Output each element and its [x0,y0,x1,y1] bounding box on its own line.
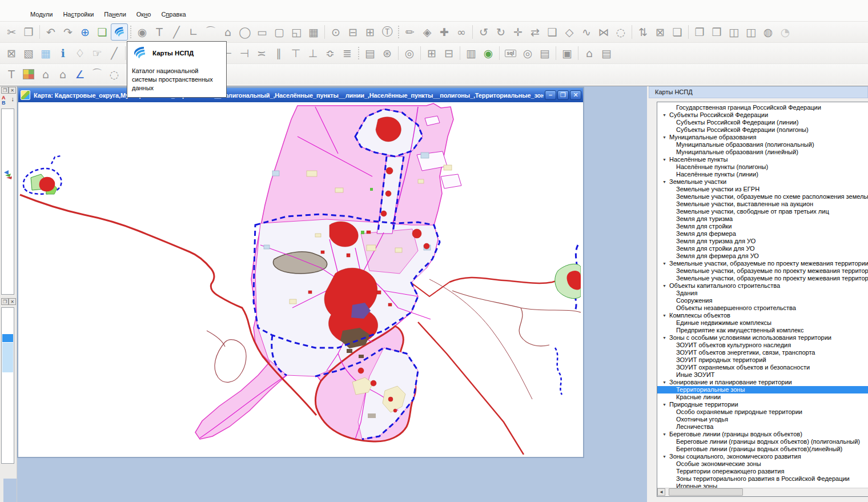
table-grid-icon[interactable]: ▦ [305,23,322,41]
offset-copy-icon[interactable]: ❏ [669,23,686,41]
layer-row[interactable]: Лесничества [657,423,868,431]
edit-pencil-icon[interactable]: ✏ [401,23,419,41]
layer-row[interactable]: Особые экономические зоны [657,460,868,468]
layer-row[interactable]: Государственная граница Российской Федер… [657,104,868,111]
layer-row[interactable]: Населённые пункты (линии) [657,171,868,178]
layer-row[interactable]: Здания [657,290,868,297]
layer-row[interactable]: Земля для туризма для УО [657,238,868,245]
dock2-close-button[interactable]: ✕ [9,298,16,305]
measure-icon[interactable]: ╱ [106,45,123,62]
undo-icon[interactable]: ↶ [42,23,59,41]
vertex-move-icon[interactable]: ⇅ [634,23,652,41]
align-bottom-icon[interactable]: ⊥ [304,45,322,62]
align-right-icon[interactable]: ⊣ [236,45,253,62]
layer-group-row[interactable]: ▼Муниципальные образования [657,134,868,141]
layer-row[interactable]: Предприятие как имущественный комплекс [657,327,868,334]
expander-arrow-icon[interactable]: ▼ [662,379,669,386]
group-shapes-icon[interactable]: ◱ [288,23,305,41]
buffer-icon[interactable]: ◔ [777,23,794,41]
nspd-maps-button[interactable] [111,23,128,41]
photo-pins-icon[interactable]: ◉ [480,45,497,62]
layer-row[interactable]: Земля для стройки [657,223,868,230]
layer-row[interactable]: Территории опережающего развития [657,468,868,475]
flip-feature-icon[interactable]: ⋈ [595,23,612,41]
paste-attributes-icon[interactable]: ❒ [708,23,725,41]
menu-panels[interactable]: Панели [99,9,131,21]
deselect-icon[interactable]: ⊠ [3,45,20,62]
cut-icon[interactable]: ✂ [3,23,20,41]
delete-part-icon[interactable]: ⊠ [652,23,669,41]
layer-tree[interactable]: Государственная граница Российской Федер… [657,102,868,497]
layer-group-row[interactable]: ▼Зоны с особыми условиями использования … [657,334,868,342]
layer-row[interactable]: ЗОУИТ объектов культурного наследия [657,342,868,349]
table-export-icon[interactable]: ▤ [536,45,553,62]
layer-row[interactable]: ЗОУИТ охраняемых объектов и безопасности [657,364,868,371]
sql-icon[interactable]: sql [502,45,519,62]
layer-row[interactable]: Земельные участки, образуемые по схеме р… [657,193,868,200]
row-move-icon[interactable]: ⊞ [423,45,440,62]
row-delete-icon[interactable]: ⊟ [440,45,457,62]
dock-highlight-rows[interactable] [2,343,13,372]
layer-row[interactable]: Земля для фермера [657,230,868,238]
scroll-left-button[interactable]: ◄ [657,488,665,496]
layer-group-row[interactable]: ▼Береговые линии (границы водных объекто… [657,431,868,438]
arc-tool-icon[interactable]: ⌒ [202,23,219,41]
layer-row[interactable]: Зоны территориального развития в Российс… [657,475,868,483]
ellipse-tool-icon[interactable]: ◯ [236,23,254,41]
layer-group-row[interactable]: ▼Природные территории [657,401,868,408]
polyline-tool-icon[interactable]: ∟ [185,23,202,41]
layer-row[interactable]: Земельные участки, образуемые по проекту… [657,267,868,275]
layer-row[interactable]: Охотничьи угодья [657,416,868,423]
point-style-icon[interactable]: ⊙ [327,23,344,41]
expander-arrow-icon[interactable]: ▼ [662,312,669,319]
layer-row[interactable]: Земельные участки, свободные от прав тре… [657,208,868,215]
expander-arrow-icon[interactable]: ▼ [662,260,669,267]
layer-row[interactable]: Субъекты Российской Федерации (линии) [657,119,868,126]
layer-group-row[interactable]: ▼Земельные участки [657,178,868,186]
unlink-icon[interactable]: ∞ [453,23,470,41]
menu-settings[interactable]: Настройки [58,9,99,21]
layer-row[interactable]: Муниципальные образования (полигональный… [657,141,868,148]
copy-feature-plus-icon[interactable]: ❑ [544,23,561,41]
menu-window[interactable]: Окно [131,9,156,21]
layer-row[interactable]: Населённые пункты (полигоны) [657,163,868,171]
dock-close-button[interactable]: ✕ [9,87,16,94]
layer-row[interactable]: Земля для туризма [657,215,868,223]
expander-arrow-icon[interactable]: ▼ [662,156,669,163]
reverse-line-icon[interactable]: ↺ [475,23,492,41]
redo-icon[interactable]: ↷ [59,23,77,41]
copy-attributes-icon[interactable]: ❐ [691,23,708,41]
move-feature-icon[interactable]: ✛ [509,23,527,41]
rounded-rectangle-icon[interactable]: ▢ [271,23,288,41]
smooth-line-icon[interactable]: ∿ [578,23,595,41]
touch-select-icon[interactable]: ☞ [89,45,106,62]
reverse-polygon-icon[interactable]: ↻ [492,23,509,41]
table-polygon-icon[interactable]: ▤ [598,45,615,62]
database-sync-icon[interactable]: ⊛ [379,45,396,62]
expander-arrow-icon[interactable]: ▼ [662,431,669,438]
layer-row[interactable]: Земельные участки из ЕГРН [657,186,868,193]
dock-list-top[interactable] [1,109,14,295]
expander-arrow-icon[interactable]: ▼ [662,178,669,186]
layer-row[interactable]: Земельные участки, образуемые по проекту… [657,275,868,282]
layer-row[interactable]: Объекты незавершенного строительства [657,304,868,312]
layer-group-row[interactable]: ▼Комплексы объектов [657,312,868,319]
horizontal-scrollbar[interactable]: ◄ [657,488,868,496]
stack-order-icon[interactable]: ≣ [339,45,356,62]
merge-features-icon[interactable]: ◍ [760,23,777,41]
layer-row[interactable]: Сооружения [657,297,868,304]
layer-row[interactable]: Береговые линии (границы водных объектов… [657,445,868,453]
add-vertex-icon[interactable]: ✚ [436,23,453,41]
circle-points-icon[interactable]: ◌ [106,66,123,83]
dock-selected-row[interactable] [2,334,13,342]
polygon-outline-icon[interactable]: ⌂ [37,66,54,83]
expander-arrow-icon[interactable]: ▼ [662,134,669,141]
dock2-restore-button[interactable]: ❐ [1,298,9,305]
layer-row[interactable]: Территориальные зоны [657,386,868,393]
split-line-icon[interactable]: ◫ [725,23,742,41]
angle-icon[interactable]: ∠ [71,66,89,83]
line-tool-icon[interactable]: ╱ [168,23,185,41]
menu-modules[interactable]: Модули [25,9,58,21]
arc-points-icon[interactable]: ⌒ [89,66,106,83]
scrollbar-thumb[interactable] [669,488,743,496]
